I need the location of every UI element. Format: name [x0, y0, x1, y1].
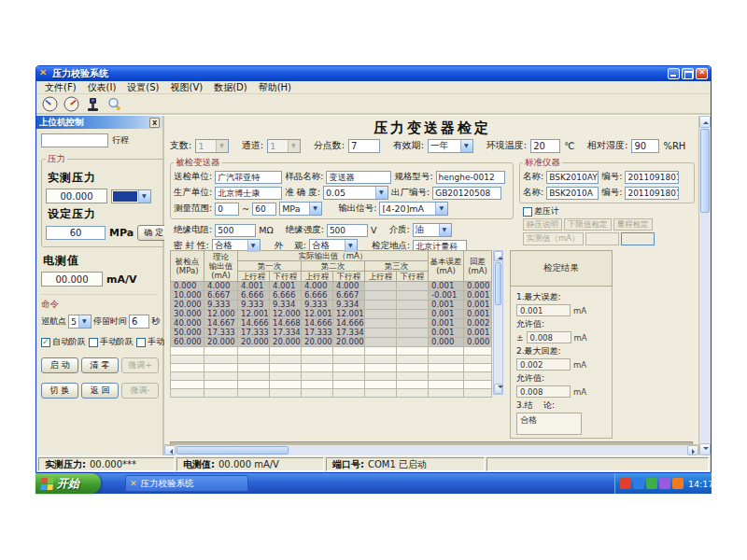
verification-table[interactable]: 被检点 (MPa)理论 输出值 (mA)实际输出值（mA）基本误差 (mA)回差… [170, 250, 492, 398]
name-input-1[interactable]: BSK2010AY [546, 171, 599, 184]
scroll-left-icon[interactable] [164, 445, 176, 455]
vertical-scrollbar[interactable] [698, 116, 711, 455]
menu-item[interactable]: 数据(D) [209, 81, 252, 94]
table-row-empty[interactable] [171, 381, 492, 389]
menu-item[interactable]: 文件(F) [40, 81, 81, 94]
table-row[interactable]: 0.0004.0004.0014.0014.0004.0000.0010.000 [171, 282, 492, 291]
mode-checkbox[interactable]: 自动阶跃 [41, 336, 86, 348]
temperature-input[interactable] [530, 139, 560, 153]
tray-purple-icon[interactable] [659, 478, 670, 489]
menu-item[interactable]: 仪表(I) [83, 81, 121, 94]
range-low-input[interactable]: 0 [215, 203, 239, 216]
dropdown-arrow-icon[interactable] [78, 315, 91, 328]
gauge-red-icon[interactable] [62, 95, 80, 112]
sender-input[interactable]: 广汽菲亚特 [215, 171, 282, 184]
dropdown-arrow-icon[interactable] [435, 203, 447, 215]
allowed-error-value: 0.008 [527, 331, 571, 343]
electrical-value: 00.000 [41, 272, 103, 287]
menu-item[interactable]: 帮助(H) [254, 81, 296, 94]
dropdown-arrow-icon[interactable] [138, 190, 150, 203]
tray-blue-icon[interactable] [633, 478, 644, 489]
dropdown-arrow-icon[interactable] [460, 140, 472, 152]
switch-button[interactable]: 切 换 [41, 383, 78, 399]
humidity-input[interactable] [631, 139, 659, 153]
range-unit-select[interactable]: MPa [279, 202, 322, 216]
dropdown-arrow-icon[interactable] [375, 187, 388, 199]
medium-select[interactable]: 油 [413, 223, 452, 237]
scroll-thumb[interactable] [700, 129, 710, 213]
dropdown-arrow-icon[interactable] [247, 240, 260, 252]
table-row[interactable]: 10.0006.6676.6666.6666.6666.667-0.0010.0… [171, 291, 492, 301]
scroll-down-icon[interactable] [699, 443, 711, 455]
table-row-empty[interactable] [171, 356, 492, 364]
model-input[interactable]: henghe-0012 [436, 171, 505, 184]
name-input-2[interactable]: BSK2010A [546, 187, 599, 200]
dropdown-arrow-icon[interactable] [439, 224, 451, 236]
table-row-empty[interactable] [171, 372, 492, 381]
magnifier-icon[interactable] [105, 95, 123, 112]
start-button[interactable]: 启 动 [41, 357, 78, 373]
mode-checkbox[interactable]: 手动阶跃 [89, 336, 134, 348]
tray-red-icon[interactable] [620, 478, 631, 489]
scroll-up-icon[interactable] [699, 116, 711, 128]
factory-no-input[interactable]: GB20120508 [432, 187, 501, 200]
manufacturer-input[interactable]: 北京博士康 [215, 187, 282, 200]
strength-input[interactable]: 500 [327, 224, 368, 237]
scroll-down-icon[interactable] [494, 384, 502, 394]
menu-item[interactable]: 设置(S) [122, 81, 163, 94]
clock: 14:17 [688, 479, 713, 489]
table-row[interactable]: 60.00020.00020.00020.00020.00020.0000.00… [171, 338, 492, 347]
return-button[interactable]: 返 回 [81, 383, 119, 399]
pump-device-icon[interactable] [83, 95, 102, 112]
scroll-thumb[interactable] [495, 262, 501, 305]
tray-orange-icon[interactable] [672, 478, 684, 489]
resistance-input[interactable]: 500 [215, 224, 256, 237]
range-high-input[interactable]: 60 [252, 203, 276, 216]
maximize-button[interactable] [682, 68, 694, 79]
table-row-empty[interactable] [171, 389, 492, 398]
measured-value-box-2[interactable] [621, 232, 655, 245]
tray-green-icon[interactable] [646, 478, 657, 489]
horizontal-scrollbar[interactable] [164, 444, 698, 455]
dropdown-arrow-icon[interactable] [309, 203, 321, 215]
panel-close-icon[interactable]: x [149, 118, 160, 128]
cruise-point-select[interactable]: 5 [68, 315, 92, 329]
table-row-empty[interactable] [171, 347, 492, 356]
gauge-blue-icon[interactable] [40, 95, 59, 112]
table-row[interactable]: 20.0009.3339.3339.3349.3339.3340.0010.00… [171, 301, 492, 310]
checkbox-icon [41, 338, 50, 347]
table-row-empty[interactable] [171, 364, 492, 372]
dwell-time-input[interactable] [129, 315, 149, 329]
zero-button[interactable]: 清 零 [81, 357, 119, 373]
fine-minus-button[interactable]: 微调- [121, 383, 159, 399]
table-scrollbar[interactable] [493, 250, 503, 395]
start-button[interactable]: 开始 [35, 473, 101, 494]
table-row[interactable]: 30.00012.00012.00112.00012.00112.0010.00… [171, 310, 492, 319]
signal-select[interactable]: [4-20]mA [379, 202, 448, 216]
measured-value-box-1[interactable] [585, 232, 619, 245]
points-input[interactable] [348, 139, 380, 153]
pressure-unit-combo[interactable] [111, 189, 151, 203]
table-row[interactable]: 40.00014.66714.66614.66814.66614.6660.00… [171, 319, 492, 329]
count-select-label: 支数: [170, 139, 191, 152]
scroll-right-icon[interactable] [687, 445, 698, 455]
mode-checkbox[interactable]: 手动 [136, 336, 164, 348]
no-input-2[interactable]: 2011091801 [625, 187, 679, 200]
close-button[interactable] [696, 68, 708, 79]
diff-gauge-checkbox[interactable]: 差压计 [523, 205, 559, 217]
table-row[interactable]: 50.00017.33317.33317.33417.33317.3340.00… [171, 329, 492, 338]
dropdown-arrow-icon[interactable] [345, 240, 357, 252]
menu-item[interactable]: 视图(V) [165, 81, 207, 94]
stroke-input[interactable] [41, 133, 108, 147]
set-pressure-input[interactable] [46, 226, 106, 240]
no-input-1[interactable]: 2011091801 [625, 171, 679, 184]
sample-input[interactable]: 变送器 [326, 171, 391, 184]
table-cell: 9.334 [333, 301, 365, 310]
minimize-button[interactable] [668, 68, 680, 79]
accuracy-select[interactable]: 0.05 [323, 186, 388, 200]
scroll-thumb[interactable] [176, 446, 289, 455]
fine-plus-button[interactable]: 微调+ [121, 357, 159, 373]
validity-select[interactable]: 一年 [428, 139, 473, 153]
scroll-up-icon[interactable] [494, 251, 502, 261]
taskbar-app-button[interactable]: ✕ 压力校验系统 [125, 475, 248, 492]
